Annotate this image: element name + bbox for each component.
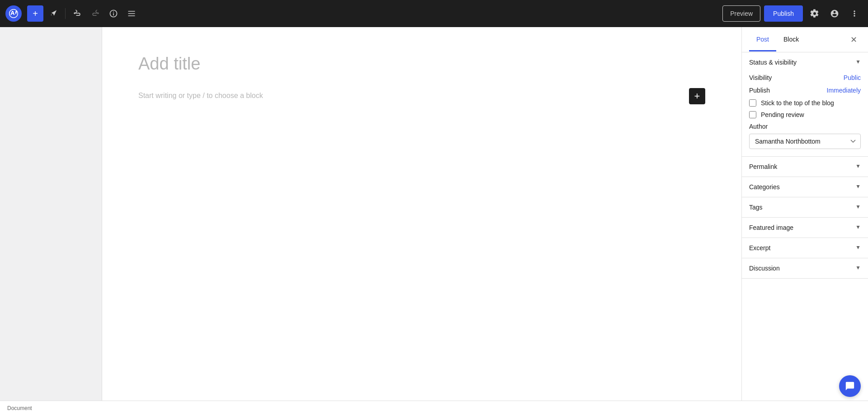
redo-button[interactable]: [87, 5, 104, 22]
section-permalink-title: Permalink: [749, 163, 777, 170]
visibility-row: Visibility Public: [749, 74, 861, 81]
tab-block[interactable]: Block: [776, 28, 806, 51]
chevron-down-icon-2: ▲: [855, 184, 861, 190]
tab-post[interactable]: Post: [749, 28, 776, 51]
list-view-button[interactable]: [123, 5, 140, 22]
stick-to-top-checkbox[interactable]: [749, 99, 756, 107]
section-featured-image-title: Featured image: [749, 224, 793, 231]
stick-to-top-label[interactable]: Stick to the top of the blog: [761, 99, 834, 107]
post-title-input[interactable]: Add title: [138, 54, 705, 74]
sidebar-close-button[interactable]: ✕: [846, 33, 861, 47]
left-sidebar: [0, 27, 102, 401]
section-categories-title: Categories: [749, 183, 780, 191]
publish-button[interactable]: Publish: [764, 5, 803, 22]
settings-button[interactable]: [807, 5, 823, 22]
toolbar-right: Preview Publish: [722, 5, 863, 22]
author-select[interactable]: Samantha Northbottom: [749, 134, 861, 149]
more-options-button[interactable]: [846, 5, 863, 22]
section-status-visibility: Status & visibility ▲ Visibility Public …: [742, 52, 868, 157]
right-sidebar: Post Block ✕ Status & visibility ▲ Visib…: [741, 27, 868, 401]
toolbar-left: +: [5, 5, 721, 22]
sidebar-tabs: Post Block: [749, 28, 846, 51]
publish-row: Publish Immediately: [749, 87, 861, 94]
section-excerpt-toggle[interactable]: Excerpt ▲: [742, 238, 868, 258]
section-excerpt: Excerpt ▲: [742, 238, 868, 258]
block-placeholder[interactable]: Start writing or type / to choose a bloc…: [138, 88, 684, 103]
author-label: Author: [749, 123, 861, 130]
block-area: Start writing or type / to choose a bloc…: [138, 88, 705, 104]
profile-button[interactable]: [826, 5, 843, 22]
section-status-content: Visibility Public Publish Immediately St…: [742, 72, 868, 156]
publish-label: Publish: [749, 87, 770, 94]
section-tags-title: Tags: [749, 204, 763, 211]
section-featured-image-toggle[interactable]: Featured image ▲: [742, 218, 868, 238]
section-discussion: Discussion ▲: [742, 258, 868, 279]
chevron-up-icon: ▲: [855, 59, 861, 65]
section-categories: Categories ▲: [742, 177, 868, 197]
visibility-value[interactable]: Public: [844, 74, 861, 81]
edit-button[interactable]: [45, 5, 61, 22]
status-bar: Document: [0, 401, 868, 415]
pending-review-label[interactable]: Pending review: [761, 111, 804, 118]
chevron-down-icon: ▲: [855, 163, 861, 170]
section-tags-toggle[interactable]: Tags ▲: [742, 197, 868, 217]
preview-button[interactable]: Preview: [722, 5, 760, 22]
section-categories-toggle[interactable]: Categories ▲: [742, 177, 868, 197]
chevron-down-icon-4: ▲: [855, 224, 861, 231]
section-discussion-toggle[interactable]: Discussion ▲: [742, 258, 868, 278]
editor-area[interactable]: Add title Start writing or type / to cho…: [102, 27, 741, 401]
section-status-visibility-toggle[interactable]: Status & visibility ▲: [742, 52, 868, 72]
chevron-down-icon-6: ▲: [855, 265, 861, 271]
main-toolbar: +: [0, 0, 868, 27]
section-featured-image: Featured image ▲: [742, 218, 868, 238]
sidebar-header: Post Block ✕: [742, 27, 868, 52]
section-discussion-title: Discussion: [749, 265, 780, 272]
chevron-down-icon-5: ▲: [855, 245, 861, 251]
info-button[interactable]: [105, 5, 122, 22]
main-container: Add title Start writing or type / to cho…: [0, 27, 868, 401]
chat-bubble[interactable]: [839, 375, 861, 397]
toolbar-divider: [65, 8, 66, 19]
section-excerpt-title: Excerpt: [749, 244, 770, 252]
visibility-label: Visibility: [749, 74, 772, 81]
section-status-title: Status & visibility: [749, 59, 797, 66]
pending-review-row: Pending review: [749, 111, 861, 118]
author-section: Author Samantha Northbottom: [749, 123, 861, 149]
publish-value[interactable]: Immediately: [827, 87, 861, 94]
chevron-down-icon-3: ▲: [855, 204, 861, 210]
undo-button[interactable]: [69, 5, 85, 22]
section-tags: Tags ▲: [742, 197, 868, 218]
section-permalink-toggle[interactable]: Permalink ▲: [742, 157, 868, 177]
stick-to-top-row: Stick to the top of the blog: [749, 99, 861, 107]
document-label: Document: [7, 405, 32, 411]
section-permalink: Permalink ▲: [742, 157, 868, 177]
wp-logo[interactable]: [5, 5, 22, 22]
add-block-toolbar-button[interactable]: +: [27, 5, 43, 22]
add-block-button[interactable]: +: [689, 88, 705, 104]
pending-review-checkbox[interactable]: [749, 111, 756, 118]
